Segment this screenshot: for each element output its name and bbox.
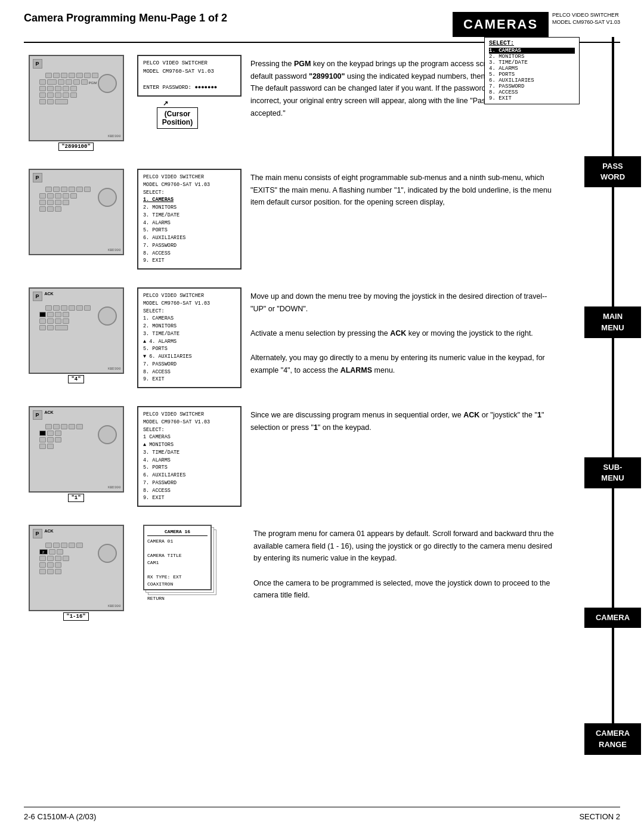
page-footer: 2-6 C1510M-A (2/03) SECTION 2 [24, 807, 620, 821]
select-menu-item-6: 6. AUXILIARIES [489, 78, 575, 83]
key [84, 187, 91, 192]
screen-1: PELCO VIDEO SWITCHER MODEL CM9760-SAT V1… [137, 55, 242, 97]
s2-l3: SELECT: [143, 189, 236, 197]
key [58, 79, 64, 85]
screen-area-1: PELCO VIDEO SWITCHER MODEL CM9760-SAT V1… [137, 55, 242, 129]
key [55, 562, 61, 568]
kbd-box-1: P [29, 55, 124, 141]
camera-range-label: CAMERARANGE [584, 723, 641, 754]
s3-l8: 5. PORTS [143, 345, 236, 353]
camera-range-connector [612, 628, 614, 723]
kbd-row-4d [39, 444, 119, 449]
s4-l1: PELCO VIDEO SWITCHER [143, 411, 236, 419]
s2-l12: 9. EXIT [143, 257, 236, 265]
s4-l10: 7. PASSWORD [143, 479, 236, 487]
key [55, 86, 61, 91]
key [47, 325, 54, 330]
key [39, 556, 46, 561]
badge-right: PELCO VIDEO SWITCHER MODEL CM9760-SAT V1… [549, 12, 620, 26]
key [53, 543, 60, 548]
key [70, 193, 77, 199]
key [39, 99, 46, 104]
kbd-display-label-5: "1-16" [63, 612, 88, 621]
s2-l11: 8. ACCESS [143, 250, 236, 258]
screen-1-line3 [143, 76, 236, 84]
key [84, 305, 91, 311]
s3-l5: 2. MONITORS [143, 323, 236, 330]
kbd-p-logo-3: P [33, 292, 42, 301]
alarms-bold: ALARMS [340, 366, 372, 374]
key [63, 86, 69, 91]
s2-l9: 6. AUXILIARIES [143, 234, 236, 242]
footer-right: SECTION 2 [579, 812, 620, 821]
screen-1-line2: MODEL CM9760-SAT V1.03 [143, 68, 236, 76]
key [69, 73, 75, 78]
key [39, 200, 46, 205]
key [69, 424, 75, 429]
s3-l9: ▼ 6. AUXILIARIES [143, 353, 236, 361]
kbd-joystick-3 [98, 306, 117, 326]
kbd-row-2d [39, 206, 119, 212]
key [39, 92, 46, 98]
kbd-joystick [98, 74, 117, 93]
key [61, 187, 67, 192]
screen-1-line4: ENTER PASSWORD: ●●●●●●● [143, 84, 236, 92]
cursor-arrow: ↗ [163, 100, 168, 107]
pgm-bold: PGM [294, 60, 311, 68]
select-menu-item-3: 3. TIME/DATE [489, 60, 575, 66]
desc-3: Move up and down the menu tree by moving… [250, 287, 555, 376]
s4-l3: SELECT: [143, 426, 236, 434]
key [55, 437, 61, 442]
key [69, 543, 75, 548]
desc-2: The main menu consists of eight programm… [250, 169, 555, 209]
key [92, 73, 98, 78]
key [81, 79, 88, 85]
desc-5: The program menu for camera 01 appears b… [253, 525, 555, 602]
s4-l7: 4. ALARMS [143, 457, 236, 465]
vertical-connector-5 [612, 628, 614, 723]
select-menu-item-7: 7. PASSWORD [489, 83, 575, 89]
key [63, 193, 69, 199]
select-menu-item-2: 2. MONITORS [489, 54, 575, 60]
key [47, 312, 54, 317]
key [47, 86, 54, 91]
key [39, 444, 46, 449]
key [76, 305, 83, 311]
key [49, 549, 55, 555]
kbd-model-label-2: KBD300 [108, 248, 121, 252]
key [47, 556, 54, 561]
s2-l1: PELCO VIDEO SWITCHER [143, 174, 236, 181]
kbd-device-5: P ACK 2 [24, 525, 128, 621]
s3-l3: SELECT: [143, 308, 236, 315]
key [55, 99, 68, 104]
s3-l1: PELCO VIDEO SWITCHER [143, 292, 236, 300]
key [55, 318, 61, 324]
key [47, 444, 54, 449]
section-sub-menu-row: P ACK [24, 287, 620, 388]
kbd-display-label-4: "1" [68, 494, 83, 502]
page-title: Camera Programming Menu-Page 1 of 2 [24, 12, 227, 24]
key [53, 73, 60, 78]
kbd-row-4a [45, 424, 119, 429]
cam-line1: CAMERA 01 [147, 538, 208, 545]
key [47, 206, 54, 212]
key [76, 424, 83, 429]
s3-l12: 9. EXIT [143, 376, 236, 383]
select-menu-item-5: 5. PORTS [489, 72, 575, 78]
key [47, 193, 54, 199]
s2-l6: 3. TIME/DATE [143, 212, 236, 219]
key [47, 569, 54, 574]
screen-2: PELCO VIDEO SWITCHER MODEL CM9760-SAT V1… [137, 169, 242, 270]
kbd-display-label-2 [72, 256, 80, 264]
s3-l10: 7. PASSWORD [143, 361, 236, 368]
key [55, 431, 61, 436]
cursor-label-area: ↗ (CursorPosition) [157, 100, 198, 129]
key-ack [39, 312, 46, 317]
key [55, 556, 61, 561]
s4-l8: 5. PORTS [143, 464, 236, 472]
key [55, 312, 61, 317]
kbd-display-label-1: "2899100" [58, 143, 94, 151]
key [47, 437, 54, 442]
key [39, 562, 46, 568]
screen-4: PELCO VIDEO SWITCHER MODEL CM9760-SAT V1… [137, 406, 242, 507]
